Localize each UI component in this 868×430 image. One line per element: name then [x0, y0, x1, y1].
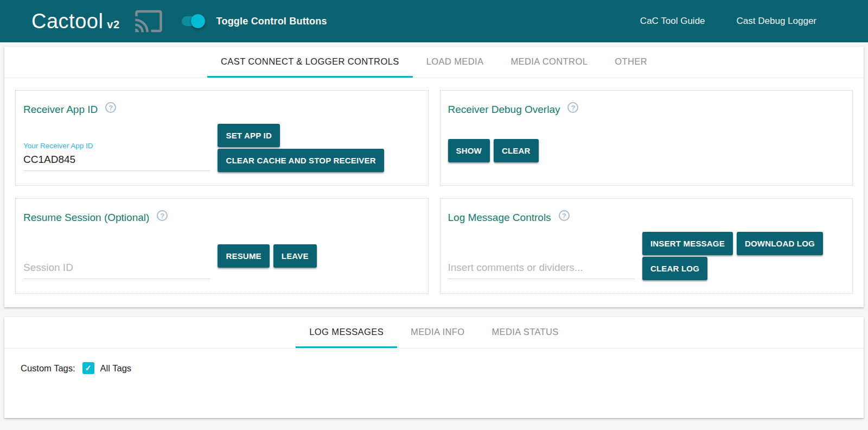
set-app-id-button[interactable]: SET APP ID	[218, 124, 280, 147]
control-buttons-toggle[interactable]	[182, 16, 203, 26]
main-tabbar: CAST CONNECT & LOGGER CONTROLS LOAD MEDI…	[4, 47, 864, 78]
help-icon[interactable]: ?	[559, 210, 570, 221]
help-icon[interactable]: ?	[157, 210, 168, 221]
card-receiver-app-id: Receiver App ID ? Your Receiver App ID S…	[15, 90, 429, 186]
cast-icon	[134, 7, 163, 36]
receiver-app-id-field: Your Receiver App ID	[23, 142, 218, 171]
clear-cache-stop-receiver-button[interactable]: CLEAR CACHE AND STOP RECEIVER	[218, 149, 384, 172]
tab-media-control[interactable]: MEDIA CONTROL	[497, 47, 601, 78]
app-header: Cactoolv2 Toggle Control Buttons CaC Too…	[0, 0, 868, 42]
card-log-message-controls: Log Message Controls ? INSERT MESSAGE DO…	[440, 198, 853, 294]
resume-session-buttons: RESUME LEAVE	[218, 244, 420, 268]
tab-cast-connect-logger-controls[interactable]: CAST CONNECT & LOGGER CONTROLS	[207, 47, 413, 78]
leave-button[interactable]: LEAVE	[273, 244, 317, 268]
app-title-text: Cactool	[31, 10, 103, 33]
insert-message-button[interactable]: INSERT MESSAGE	[642, 232, 733, 255]
receiver-app-id-buttons: SET APP ID CLEAR CACHE AND STOP RECEIVER	[218, 124, 420, 172]
card-title: Receiver App ID	[23, 104, 98, 116]
session-id-input[interactable]	[23, 260, 210, 279]
clear-log-button[interactable]: CLEAR LOG	[642, 257, 707, 280]
tab-log-messages[interactable]: LOG MESSAGES	[296, 317, 397, 348]
all-tags-label: All Tags	[100, 363, 131, 374]
log-message-field	[448, 260, 642, 279]
session-id-field	[23, 260, 218, 279]
tab-other[interactable]: OTHER	[601, 47, 661, 78]
help-icon[interactable]: ?	[567, 102, 578, 113]
log-message-buttons: INSERT MESSAGE DOWNLOAD LOG CLEAR LOG	[642, 232, 845, 280]
card-receiver-debug-overlay: Receiver Debug Overlay ? SHOW CLEAR	[440, 90, 853, 186]
card-resume-session: Resume Session (Optional) ? RESUME LEAVE	[15, 198, 429, 294]
tab-media-status[interactable]: MEDIA STATUS	[478, 317, 572, 348]
cards-grid: Receiver App ID ? Your Receiver App ID S…	[4, 78, 864, 307]
app-version: v2	[107, 18, 119, 30]
tab-media-info[interactable]: MEDIA INFO	[397, 317, 478, 348]
tab-load-media[interactable]: LOAD MEDIA	[413, 47, 497, 78]
log-message-input[interactable]	[448, 260, 635, 279]
resume-button[interactable]: RESUME	[218, 244, 269, 268]
header-links: CaC Tool Guide Cast Debug Logger	[640, 16, 816, 27]
controls-panel: CAST CONNECT & LOGGER CONTROLS LOAD MEDI…	[4, 47, 864, 307]
show-overlay-button[interactable]: SHOW	[448, 139, 490, 162]
help-icon[interactable]: ?	[105, 102, 116, 113]
download-log-button[interactable]: DOWNLOAD LOG	[737, 232, 823, 255]
log-tabbar: LOG MESSAGES MEDIA INFO MEDIA STATUS	[4, 317, 864, 349]
log-panel: LOG MESSAGES MEDIA INFO MEDIA STATUS Cus…	[4, 317, 864, 418]
link-cast-debug-logger[interactable]: Cast Debug Logger	[737, 16, 816, 27]
receiver-app-id-field-label: Your Receiver App ID	[23, 142, 218, 150]
card-title: Log Message Controls	[448, 212, 551, 224]
custom-tags-label: Custom Tags:	[21, 363, 75, 374]
custom-tags-row: Custom Tags: ✓ All Tags	[4, 349, 864, 388]
app-title: Cactoolv2	[31, 10, 120, 33]
card-title: Resume Session (Optional)	[23, 212, 149, 224]
toggle-thumb	[191, 14, 205, 28]
card-title: Receiver Debug Overlay	[448, 104, 560, 116]
link-cac-tool-guide[interactable]: CaC Tool Guide	[640, 16, 705, 27]
all-tags-checkbox[interactable]: ✓	[82, 362, 94, 374]
toggle-label: Toggle Control Buttons	[216, 16, 327, 27]
receiver-app-id-input[interactable]	[23, 151, 210, 171]
debug-overlay-buttons: SHOW CLEAR	[448, 139, 845, 162]
clear-overlay-button[interactable]: CLEAR	[494, 139, 539, 162]
